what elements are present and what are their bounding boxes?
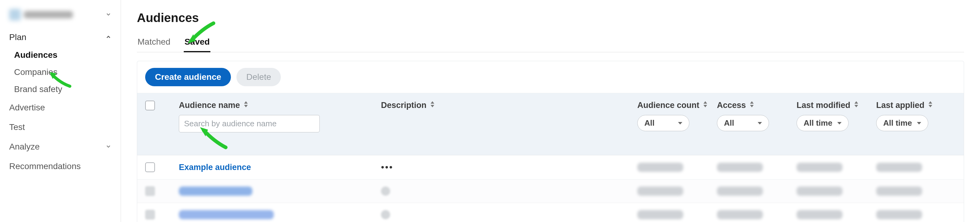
redacted-cell bbox=[876, 163, 922, 172]
tab-label: Saved bbox=[185, 37, 210, 46]
page-title: Audiences bbox=[137, 11, 964, 25]
tabs: Matched Saved bbox=[137, 33, 964, 52]
redacted-cell bbox=[876, 210, 922, 219]
sidebar-item-companies[interactable]: Companies bbox=[3, 63, 118, 81]
th-access[interactable]: Access All bbox=[717, 101, 797, 131]
sidebar-item-audiences[interactable]: Audiences bbox=[3, 46, 118, 63]
svg-marker-8 bbox=[750, 101, 754, 104]
redacted-cell bbox=[797, 187, 843, 196]
filter-value: All bbox=[644, 118, 654, 128]
sidebar-item-label: Brand safety bbox=[14, 84, 62, 94]
filter-access[interactable]: All bbox=[717, 115, 769, 131]
nav-group-plan[interactable]: Plan bbox=[3, 28, 118, 46]
nav-group-recommendations[interactable]: Recommendations bbox=[3, 157, 118, 176]
th-label-text: Last applied bbox=[876, 101, 924, 110]
sort-icon bbox=[749, 101, 755, 110]
select-all-column bbox=[145, 101, 179, 110]
sort-icon bbox=[430, 101, 435, 110]
table-row bbox=[137, 179, 964, 203]
filter-value: All time bbox=[883, 118, 912, 128]
redacted-cell bbox=[637, 210, 683, 219]
caret-down-icon bbox=[758, 122, 762, 124]
audience-name-link[interactable]: Example audience bbox=[179, 163, 251, 172]
redacted-checkbox bbox=[145, 210, 155, 220]
filter-audience-count[interactable]: All bbox=[637, 115, 689, 131]
filter-last-applied[interactable]: All time bbox=[876, 115, 928, 131]
filter-value: All bbox=[724, 118, 734, 128]
toolbar: Create audience Delete bbox=[137, 61, 964, 93]
redacted-cell bbox=[381, 187, 390, 196]
svg-marker-13 bbox=[929, 105, 932, 107]
filter-value: All time bbox=[803, 118, 832, 128]
nav-group-advertise[interactable]: Advertise bbox=[3, 98, 118, 117]
caret-down-icon bbox=[678, 122, 682, 124]
redacted-cell bbox=[876, 187, 922, 196]
sort-icon bbox=[243, 101, 249, 110]
caret-down-icon bbox=[837, 122, 842, 124]
redacted-audience-name bbox=[179, 210, 274, 219]
th-label-text: Description bbox=[381, 101, 426, 110]
sidebar-item-brand-safety[interactable]: Brand safety bbox=[3, 81, 118, 98]
redacted-cell bbox=[797, 163, 843, 172]
svg-marker-9 bbox=[750, 105, 754, 107]
redacted-cell bbox=[797, 210, 843, 219]
svg-marker-11 bbox=[854, 105, 858, 107]
sort-icon bbox=[928, 101, 933, 110]
chevron-down-icon bbox=[105, 142, 111, 152]
table-row bbox=[137, 203, 964, 222]
table-row: Example audience ••• bbox=[137, 155, 964, 179]
redacted-cell bbox=[717, 163, 763, 172]
tab-matched[interactable]: Matched bbox=[137, 33, 171, 52]
redacted-cell bbox=[637, 187, 683, 196]
th-label-text: Audience count bbox=[637, 101, 700, 110]
th-description[interactable]: Description bbox=[381, 101, 637, 110]
th-last-modified[interactable]: Last modified All time bbox=[797, 101, 876, 131]
nav-item-label: Recommendations bbox=[9, 162, 81, 171]
nav-item-label: Analyze bbox=[9, 142, 40, 152]
svg-marker-2 bbox=[244, 101, 248, 104]
redacted-cell bbox=[381, 210, 390, 219]
delete-button: Delete bbox=[236, 68, 281, 86]
account-switcher[interactable] bbox=[3, 9, 118, 28]
sidebar-item-label: Audiences bbox=[14, 50, 57, 60]
svg-marker-10 bbox=[854, 101, 858, 104]
nav-group-test[interactable]: Test bbox=[3, 117, 118, 137]
account-identity bbox=[9, 9, 80, 20]
th-label-text: Access bbox=[717, 101, 746, 110]
sidebar-item-label: Companies bbox=[14, 67, 57, 77]
svg-marker-3 bbox=[244, 105, 248, 107]
tab-label: Matched bbox=[137, 37, 170, 46]
search-input[interactable] bbox=[179, 115, 320, 132]
redacted-cell bbox=[637, 163, 683, 172]
svg-marker-4 bbox=[431, 101, 434, 104]
sidebar: Plan Audiences Companies Brand safety Ad… bbox=[0, 0, 121, 222]
audiences-panel: Create audience Delete Audience name bbox=[137, 61, 964, 222]
nav-item-label: Advertise bbox=[9, 103, 45, 113]
svg-marker-5 bbox=[431, 105, 434, 107]
nav-item-label: Test bbox=[9, 122, 25, 132]
tab-saved[interactable]: Saved bbox=[184, 33, 210, 52]
redacted-cell bbox=[717, 210, 763, 219]
redacted-audience-name bbox=[179, 187, 252, 196]
redacted-cell bbox=[717, 187, 763, 196]
sort-icon bbox=[854, 101, 859, 110]
sort-icon bbox=[703, 101, 708, 110]
chevron-up-icon bbox=[105, 32, 111, 42]
more-actions-icon[interactable]: ••• bbox=[381, 162, 393, 172]
chevron-down-icon bbox=[105, 11, 111, 18]
row-checkbox[interactable] bbox=[145, 162, 155, 172]
redacted-checkbox bbox=[145, 186, 155, 196]
svg-marker-12 bbox=[929, 101, 932, 104]
nav-group-plan-label: Plan bbox=[9, 32, 26, 42]
th-last-applied[interactable]: Last applied All time bbox=[876, 101, 956, 131]
svg-marker-6 bbox=[703, 101, 707, 104]
th-audience-name[interactable]: Audience name bbox=[179, 101, 381, 132]
th-audience-count[interactable]: Audience count All bbox=[637, 101, 717, 131]
nav-group-analyze[interactable]: Analyze bbox=[3, 137, 118, 157]
create-audience-button[interactable]: Create audience bbox=[145, 68, 231, 86]
th-label-text: Audience name bbox=[179, 101, 240, 110]
caret-down-icon bbox=[917, 122, 921, 124]
svg-marker-7 bbox=[703, 105, 707, 107]
select-all-checkbox[interactable] bbox=[145, 101, 155, 110]
filter-last-modified[interactable]: All time bbox=[797, 115, 849, 131]
